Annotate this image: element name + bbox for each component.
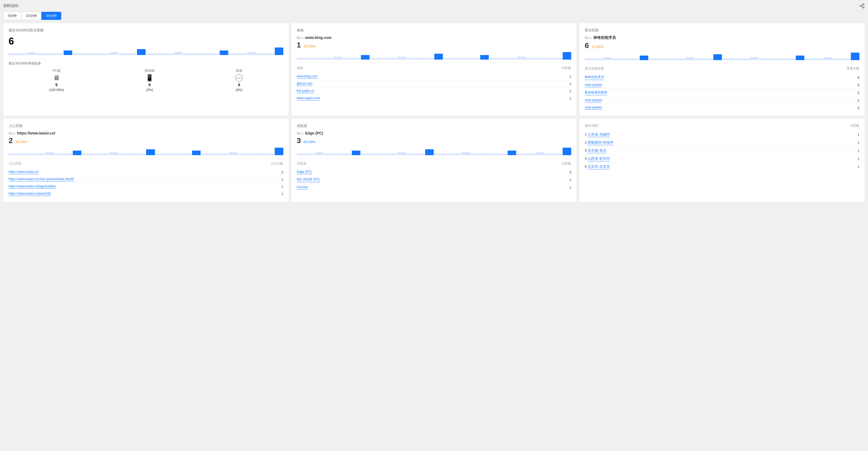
- table-row: 复杂链表的复制2: [585, 89, 859, 97]
- row-name[interactable]: link.juejin.cn: [297, 89, 314, 93]
- city-link[interactable]: 密歇根州-特洛伊: [588, 140, 613, 145]
- pages-count: 6: [585, 41, 589, 50]
- mini-bar: [64, 154, 72, 155]
- row-value: 1: [569, 89, 571, 93]
- mini-bar: [82, 154, 91, 155]
- entry-col-right: 入口次数: [271, 161, 283, 166]
- mini-bar: [407, 154, 415, 155]
- city-link[interactable]: 江苏省-无锡市: [588, 132, 610, 137]
- mini-bar: [851, 53, 859, 60]
- row-name[interactable]: Edge (PC): [297, 170, 312, 174]
- row-name[interactable]: github.com: [297, 82, 313, 86]
- svg-line-4: [861, 5, 863, 5]
- time-btn-15min[interactable]: 15分钟: [21, 12, 41, 20]
- time-btn-30min[interactable]: 30分钟: [41, 12, 61, 20]
- mini-bar: [563, 148, 571, 155]
- table-row: chat-system2: [585, 104, 859, 111]
- city-name-cell: 3 东京都-东京: [585, 148, 606, 153]
- table-row: QQ 浏览器 (PC)1: [297, 176, 571, 184]
- device-mobile-count: 0: [149, 83, 151, 87]
- browser-table: Edge (PC)3QQ 浏览器 (PC)1Chrome1: [297, 169, 571, 191]
- mini-bar: [55, 54, 63, 55]
- browser-count: 3: [297, 136, 301, 145]
- city-link[interactable]: 山西省-忻州市: [588, 156, 610, 161]
- mini-bar: [174, 52, 182, 55]
- city-name-cell: 5 北京市-北京市: [585, 164, 610, 169]
- mini-bar: [545, 154, 553, 155]
- svg-point-0: [863, 4, 864, 5]
- entry-no1-row: No.1 https://www.kaisir.cn/: [9, 131, 283, 135]
- row-value: 1: [281, 185, 283, 189]
- row-name[interactable]: www.sogou.com: [297, 96, 320, 100]
- row-name[interactable]: www.bing.com: [297, 74, 317, 79]
- sources-table-header: 来路 访客数: [297, 66, 571, 71]
- mini-bar: [379, 58, 388, 60]
- row-name[interactable]: chat-system: [585, 105, 602, 110]
- row-name[interactable]: QQ 浏览器 (PC): [297, 177, 320, 182]
- mini-bar: [842, 59, 850, 60]
- mini-bar: [594, 59, 602, 60]
- dashboard-grid: 最近30分钟活跃访客数 6 最近30分钟的终端设备 PC端 🖥 5 (100.0…: [3, 23, 865, 202]
- row-name[interactable]: 神奇的程序员: [585, 75, 604, 80]
- mini-bar: [210, 54, 219, 55]
- device-section-title: 最近30分钟的终端设备: [9, 61, 283, 66]
- row-value: 1: [569, 75, 571, 79]
- mini-bar: [220, 51, 228, 55]
- row-name[interactable]: 复杂链表的复制: [585, 90, 607, 95]
- mini-bar: [27, 52, 35, 55]
- row-name[interactable]: Chrome: [297, 185, 308, 190]
- mini-bar: [201, 54, 210, 55]
- browser-no1-value: Edge (PC): [305, 131, 323, 135]
- mini-bar: [796, 56, 804, 60]
- city-link[interactable]: 东京都-东京: [588, 148, 606, 153]
- mini-bar: [425, 149, 434, 155]
- city-value: 1: [858, 149, 859, 153]
- browser-no1-row: No.1 Edge (PC): [297, 131, 571, 135]
- mini-bar: [238, 54, 247, 55]
- share-icon[interactable]: [859, 3, 865, 9]
- device-mobile-pct: (0%): [146, 88, 153, 92]
- card-visitors-title: 最近30分钟活跃访客数: [9, 28, 283, 33]
- mini-bar: [9, 154, 17, 155]
- mini-bar: [297, 154, 305, 155]
- entry-no1-label: No.1: [9, 132, 15, 135]
- browser-col-right: 访客数: [562, 161, 571, 166]
- card-browser-title: 浏览器: [297, 124, 571, 128]
- pages-no1-row: No.1 神奇的程序员: [585, 35, 859, 40]
- table-row: github.com1: [297, 80, 571, 88]
- mini-bar: [750, 57, 758, 60]
- entry-percent: 40.00%: [16, 140, 27, 144]
- row-name[interactable]: https://www.kaisir.cn/tags/kodbox: [9, 185, 56, 189]
- sources-table: www.bing.com1github.com1link.juejin.cn1w…: [297, 73, 571, 102]
- card-pages-title: 受访页面: [585, 28, 859, 33]
- city-row: 1 江苏省-无锡市1: [585, 131, 859, 139]
- row-name[interactable]: https://www.kaisir.cn/post/160: [9, 192, 51, 196]
- header: 实时访问: [3, 3, 865, 9]
- table-row: https://www.kaisir.cn/post/1601: [9, 190, 283, 197]
- sources-no1-row: No.1 www.bing.com: [297, 35, 571, 40]
- mini-bar: [265, 154, 274, 155]
- mini-bar: [229, 54, 238, 55]
- row-name[interactable]: chat-system: [585, 83, 602, 87]
- row-name[interactable]: https://www.kaisir.cn/chat-system/index.…: [9, 177, 74, 182]
- mini-bar: [27, 154, 35, 155]
- mini-bar: [471, 58, 479, 60]
- row-name[interactable]: https://www.kaisir.cn/: [9, 170, 38, 174]
- mini-bar: [416, 58, 425, 60]
- row-name[interactable]: chat-system: [585, 98, 602, 102]
- pages-col-right: 查看次数: [846, 66, 859, 71]
- row-value: 2: [858, 99, 859, 102]
- app-container: 实时访问 5分钟 15分钟 30分钟 最近30分钟活跃访客数 6 最近30分钟的…: [0, 0, 868, 451]
- time-btn-5min[interactable]: 5分钟: [3, 12, 21, 20]
- city-value: 1: [858, 141, 859, 145]
- device-grid: PC端 🖥 5 (100.00%) 移动端 📱 0 (0%) 其他 ··· 0 …: [9, 68, 283, 92]
- mini-bar: [823, 57, 832, 60]
- mini-bar: [315, 152, 323, 155]
- city-link[interactable]: 北京市-北京市: [588, 164, 610, 169]
- mini-bar: [805, 59, 813, 60]
- mini-bar: [155, 154, 164, 155]
- browser-chart: [297, 148, 571, 155]
- row-value: 1: [281, 192, 283, 196]
- mini-bar: [695, 59, 703, 60]
- mobile-icon: 📱: [146, 74, 154, 82]
